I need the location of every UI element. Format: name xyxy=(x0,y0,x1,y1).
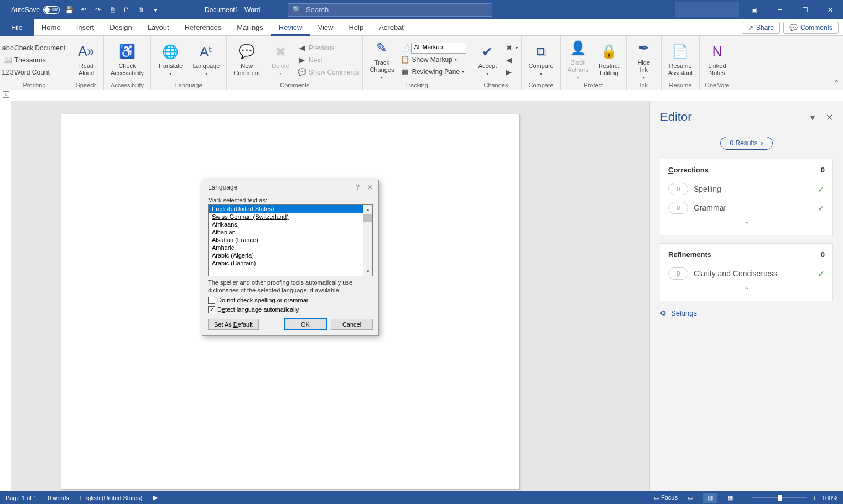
show-markup-button[interactable]: 📋Show Markup ▾ xyxy=(400,54,466,66)
thesaurus-button[interactable]: 📖Thesaurus xyxy=(3,54,65,66)
translate-button[interactable]: 🌐Translate▾ xyxy=(154,38,186,82)
tab-view[interactable]: View xyxy=(310,19,341,36)
qat-icon-2[interactable]: 🗋 xyxy=(122,5,132,15)
autosave-toggle[interactable]: AutoSave Off xyxy=(11,6,60,14)
vertical-ruler[interactable] xyxy=(0,101,11,491)
close-icon[interactable]: ✕ xyxy=(818,0,843,19)
scroll-up-icon[interactable]: ▴ xyxy=(363,205,372,214)
list-item[interactable]: Amharic xyxy=(209,244,363,251)
previous-change-button[interactable]: ◀ xyxy=(504,54,518,66)
word-count-button[interactable]: 123Word Count xyxy=(3,66,65,78)
maximize-icon[interactable]: ☐ xyxy=(792,0,818,19)
set-default-button[interactable]: Set As Default xyxy=(208,319,259,330)
comments-button[interactable]: 💬Comments xyxy=(783,22,839,34)
save-icon[interactable]: 💾 xyxy=(64,5,74,15)
cancel-button[interactable]: Cancel xyxy=(331,319,373,330)
read-aloud-button[interactable]: A»Read Aloud xyxy=(72,38,100,82)
results-button[interactable]: 0 Results› xyxy=(720,136,772,150)
clarity-row[interactable]: 0 Clarity and Conciseness ✓ xyxy=(668,264,825,283)
hide-ink-button[interactable]: ✒Hide Ink▾ xyxy=(630,38,658,82)
zoom-in-icon[interactable]: + xyxy=(813,495,816,501)
language-listbox[interactable]: English (United States) Swiss German (Sw… xyxy=(208,204,373,276)
qat-icon-1[interactable]: ⎘ xyxy=(107,5,117,15)
track-changes-button[interactable]: ✎Track Changes▾ xyxy=(366,38,397,82)
list-item[interactable]: Albanian xyxy=(209,228,363,236)
share-button[interactable]: ↗Share xyxy=(742,22,780,34)
list-item[interactable]: Alsatian (France) xyxy=(209,236,363,244)
check-icon: ✓ xyxy=(818,184,825,195)
user-badge[interactable] xyxy=(675,2,739,17)
accept-button[interactable]: ✔Accept▾ xyxy=(473,38,501,82)
zoom-slider[interactable] xyxy=(752,497,807,498)
minimize-icon[interactable]: ━ xyxy=(767,0,792,19)
qat-icon-3[interactable]: 🗎 xyxy=(136,5,146,15)
tab-help[interactable]: Help xyxy=(341,19,371,36)
grammar-row[interactable]: 0 Grammar ✓ xyxy=(668,198,825,217)
next-comment-button[interactable]: ▶Next xyxy=(298,54,359,66)
dialog-close-icon[interactable]: ✕ xyxy=(367,183,373,191)
linked-notes-button[interactable]: NLinked Notes xyxy=(703,38,731,82)
read-mode-icon[interactable]: ▭ xyxy=(683,493,698,503)
list-item[interactable]: English (United States) xyxy=(209,205,363,213)
zoom-out-icon[interactable]: − xyxy=(743,495,746,501)
language-status[interactable]: English (United States) xyxy=(80,495,143,501)
word-count-status[interactable]: 0 words xyxy=(48,495,69,501)
scroll-thumb[interactable] xyxy=(363,214,372,222)
tab-home[interactable]: Home xyxy=(34,19,69,36)
markup-dropdown[interactable]: All Markup xyxy=(411,43,466,54)
tab-insert[interactable]: Insert xyxy=(69,19,102,36)
pane-close-icon[interactable]: ✕ xyxy=(826,112,833,123)
reject-button[interactable]: ✖▾ xyxy=(504,42,518,54)
block-authors-button[interactable]: 👤Block Authors▾ xyxy=(564,38,592,82)
macro-status-icon[interactable]: ▶ xyxy=(153,494,158,501)
qat-customize-icon[interactable]: ▾ xyxy=(150,5,160,15)
pane-options-icon[interactable]: ▾ xyxy=(810,112,815,123)
ribbon-display-icon[interactable]: ▣ xyxy=(741,0,767,19)
redo-icon[interactable]: ↷ xyxy=(93,5,103,15)
tab-file[interactable]: File xyxy=(0,19,34,36)
list-item[interactable]: Swiss German (Switzerland) xyxy=(209,213,363,221)
search-input[interactable]: 🔍 Search xyxy=(288,3,492,17)
horizontal-ruler[interactable]: L xyxy=(0,90,843,101)
tab-mailings[interactable]: Mailings xyxy=(229,19,271,36)
check-document-button[interactable]: abcCheck Document xyxy=(3,42,65,54)
next-change-button[interactable]: ▶ xyxy=(504,66,518,78)
detect-checkbox[interactable]: ✓ Detect language automatically xyxy=(208,306,373,313)
restrict-editing-button[interactable]: 🔒Restrict Editing xyxy=(595,38,623,82)
dialog-help-icon[interactable]: ? xyxy=(356,183,360,191)
tab-design[interactable]: Design xyxy=(102,19,139,36)
page-status[interactable]: Page 1 of 1 xyxy=(6,495,37,501)
settings-link[interactable]: ⚙ Settings xyxy=(660,309,833,317)
undo-icon[interactable]: ↶ xyxy=(79,5,89,15)
print-layout-icon[interactable]: ▥ xyxy=(703,493,717,503)
delete-comment-button[interactable]: ✖Delete▾ xyxy=(267,38,294,82)
tab-layout[interactable]: Layout xyxy=(140,19,177,36)
focus-button[interactable]: ▭ Focus xyxy=(654,494,678,501)
language-button[interactable]: AᵗLanguage▾ xyxy=(189,38,223,82)
listbox-scrollbar[interactable]: ▴ ▾ xyxy=(363,205,372,276)
ok-button[interactable]: OK xyxy=(284,319,326,330)
scroll-down-icon[interactable]: ▾ xyxy=(363,267,372,276)
list-item[interactable]: Arabic (Algeria) xyxy=(209,251,363,259)
zoom-level[interactable]: 100% xyxy=(822,495,837,501)
collapse-ribbon-icon[interactable]: ⌃ xyxy=(833,78,840,87)
new-comment-button[interactable]: 💬New Comment xyxy=(230,38,263,82)
web-layout-icon[interactable]: ▦ xyxy=(723,493,737,503)
refinements-expand-icon[interactable]: ⌃ xyxy=(668,283,825,294)
list-item[interactable]: Arabic (Bahrain) xyxy=(209,259,363,267)
compare-button[interactable]: ⧉Compare▾ xyxy=(525,38,556,82)
corrections-expand-icon[interactable]: ⌃ xyxy=(668,217,825,228)
tab-selector[interactable]: L xyxy=(3,91,9,98)
check-accessibility-button[interactable]: ♿Check Accessibility xyxy=(107,38,147,82)
checkbox-icon xyxy=(208,297,215,304)
show-comments-button[interactable]: 💬Show Comments xyxy=(298,66,359,78)
previous-comment-button[interactable]: ◀Previous xyxy=(298,42,359,54)
tab-review[interactable]: Review xyxy=(271,19,310,36)
no-check-checkbox[interactable]: Do not check spelling or grammar xyxy=(208,297,373,304)
resume-assistant-button[interactable]: 📄Resume Assistant xyxy=(665,38,696,82)
reviewing-pane-button[interactable]: ▦Reviewing Pane ▾ xyxy=(400,66,466,78)
tab-acrobat[interactable]: Acrobat xyxy=(371,19,412,36)
tab-references[interactable]: References xyxy=(177,19,229,36)
spelling-row[interactable]: 0 Spelling ✓ xyxy=(668,180,825,198)
list-item[interactable]: Afrikaans xyxy=(209,221,363,228)
